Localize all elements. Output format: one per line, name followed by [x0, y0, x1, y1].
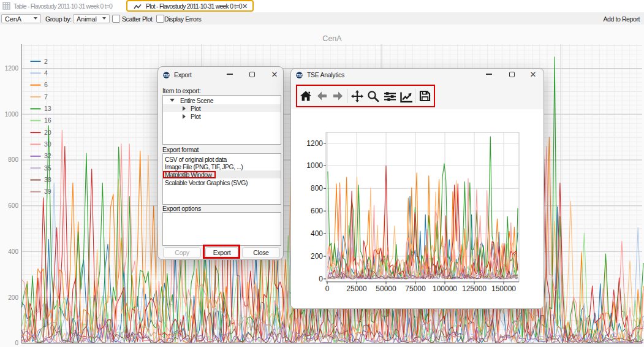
svg-text:1000: 1000 [306, 161, 323, 170]
svg-text:2: 2 [44, 58, 48, 65]
svg-text:TSE: TSE [164, 74, 170, 77]
svg-text:6: 6 [44, 81, 48, 88]
svg-text:50000: 50000 [376, 284, 396, 293]
svg-text:600: 600 [8, 202, 18, 209]
svg-text:100000: 100000 [433, 284, 457, 293]
svg-text:0: 0 [15, 340, 18, 346]
svg-text:35: 35 [44, 164, 51, 172]
svg-text:38: 38 [44, 176, 51, 183]
svg-text:4: 4 [44, 69, 48, 77]
svg-text:800: 800 [8, 156, 18, 163]
svg-text:1000: 1000 [5, 111, 19, 118]
svg-text:25000: 25000 [346, 284, 367, 293]
svg-text:CenA: CenA [322, 34, 342, 43]
svg-text:200: 200 [311, 252, 323, 261]
svg-text:150000: 150000 [491, 284, 516, 293]
svg-text:400: 400 [8, 248, 18, 255]
svg-text:600: 600 [311, 207, 323, 215]
svg-text:1200: 1200 [306, 139, 323, 148]
svg-text:32: 32 [44, 152, 51, 159]
svg-text:TSE: TSE [297, 74, 303, 77]
svg-text:20: 20 [44, 129, 51, 136]
svg-text:7: 7 [44, 93, 48, 101]
svg-text:200: 200 [8, 294, 18, 301]
svg-text:30: 30 [44, 140, 51, 148]
svg-text:125000: 125000 [462, 284, 487, 293]
svg-text:400: 400 [311, 229, 323, 238]
svg-text:1200: 1200 [5, 65, 19, 72]
svg-text:39: 39 [44, 188, 51, 195]
svg-text:13: 13 [44, 105, 51, 112]
svg-text:16: 16 [44, 116, 51, 124]
svg-text:0: 0 [325, 284, 330, 293]
svg-text:800: 800 [311, 184, 323, 193]
svg-text:0: 0 [319, 275, 323, 283]
svg-text:75000: 75000 [405, 284, 426, 293]
